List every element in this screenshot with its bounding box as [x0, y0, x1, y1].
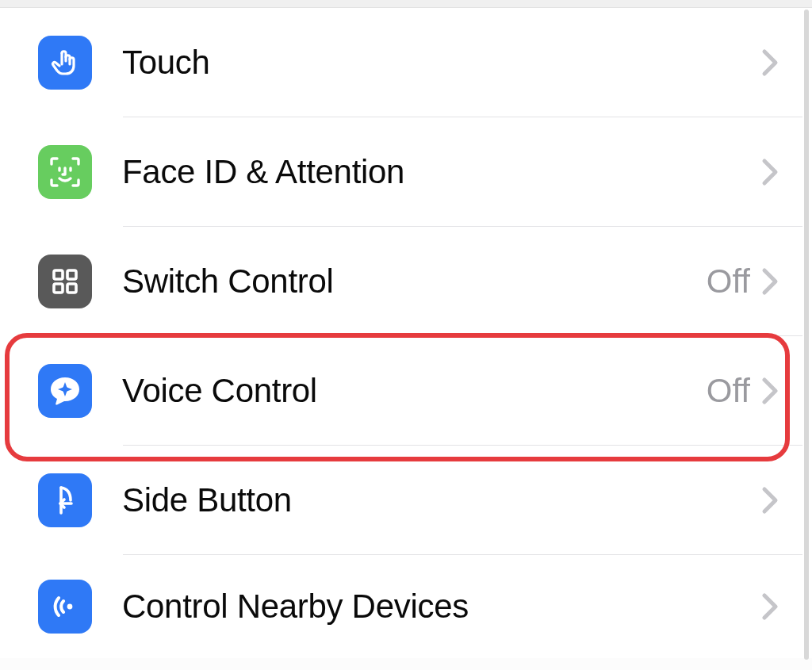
svg-point-6 [67, 604, 73, 610]
row-switch-control[interactable]: Switch Control Off [0, 227, 812, 336]
side-button-icon [38, 473, 92, 527]
row-touch[interactable]: Touch [0, 8, 812, 117]
row-voice-control[interactable]: Voice Control Off [0, 336, 812, 446]
row-faceid[interactable]: Face ID & Attention [0, 117, 812, 227]
row-value: Off [707, 262, 750, 301]
voice-control-icon [38, 364, 92, 418]
top-bar [0, 0, 812, 8]
chevron-right-icon [760, 266, 780, 297]
settings-panel: Touch [0, 0, 812, 670]
row-label: Touch [122, 44, 760, 82]
scrollbar[interactable] [804, 10, 809, 660]
svg-rect-3 [67, 284, 76, 293]
touch-icon [38, 36, 92, 90]
svg-point-5 [63, 387, 68, 392]
chevron-right-icon [760, 375, 780, 407]
chevron-right-icon [760, 591, 780, 622]
row-label: Voice Control [122, 372, 707, 410]
svg-rect-1 [67, 270, 76, 279]
faceid-icon [38, 145, 92, 199]
settings-list: Touch [0, 8, 812, 658]
row-label: Face ID & Attention [122, 153, 760, 191]
row-value: Off [707, 372, 750, 410]
svg-rect-0 [54, 270, 63, 279]
svg-rect-2 [54, 284, 63, 293]
row-nearby[interactable]: Control Nearby Devices [0, 555, 812, 658]
row-label: Control Nearby Devices [122, 588, 760, 626]
nearby-icon [38, 580, 92, 634]
chevron-right-icon [760, 156, 780, 188]
row-label: Switch Control [122, 262, 707, 301]
chevron-right-icon [760, 484, 780, 516]
chevron-right-icon [760, 47, 780, 78]
row-side-button[interactable]: Side Button [0, 446, 812, 555]
row-label: Side Button [122, 481, 760, 519]
switch-grid-icon [38, 255, 92, 308]
